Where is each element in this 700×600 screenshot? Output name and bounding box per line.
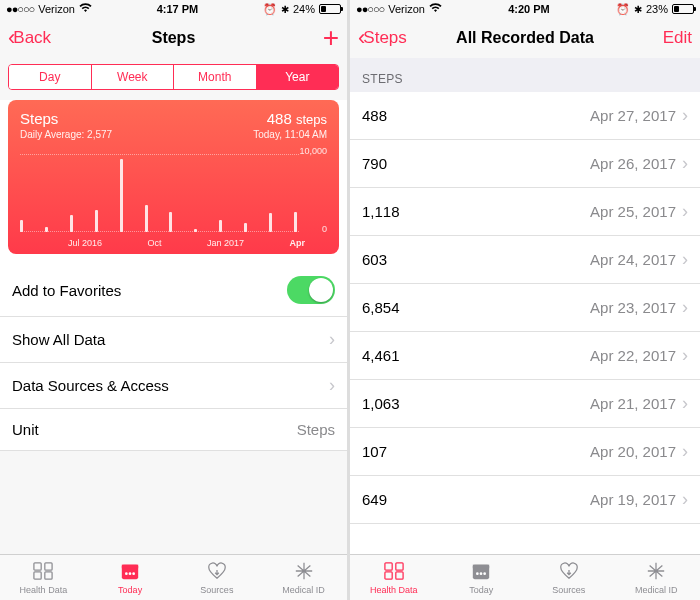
card-subtitle-left: Daily Average: 2,577 <box>20 129 112 140</box>
chart-bar <box>269 213 272 232</box>
data-row[interactable]: 107Apr 20, 2017› <box>350 428 700 476</box>
chevron-right-icon: › <box>682 105 688 126</box>
tab-sources[interactable]: Sources <box>525 555 613 600</box>
battery-icon <box>319 4 341 14</box>
medical-id-icon <box>645 561 667 584</box>
status-time: 4:17 PM <box>157 3 199 15</box>
wifi-icon <box>429 3 442 15</box>
tab-label: Sources <box>200 585 233 595</box>
data-row[interactable]: 6,854Apr 23, 2017› <box>350 284 700 332</box>
seg-year[interactable]: Year <box>257 65 339 89</box>
data-row[interactable]: 649Apr 19, 2017› <box>350 476 700 524</box>
chart-ymin: 0 <box>322 224 327 234</box>
chart-bar <box>95 210 98 232</box>
data-date: Apr 26, 2017 <box>590 155 676 172</box>
nav-bar: ‹ Steps All Recorded Data Edit <box>350 18 700 58</box>
svg-rect-2 <box>34 571 41 578</box>
row-unit[interactable]: Unit Steps <box>0 409 347 451</box>
chevron-right-icon: › <box>682 249 688 270</box>
steps-chart-card[interactable]: Steps 488 steps Daily Average: 2,577 Tod… <box>8 100 339 254</box>
tab-label: Medical ID <box>635 585 678 595</box>
chevron-right-icon: › <box>329 329 335 350</box>
chart-bar <box>169 212 172 232</box>
svg-point-6 <box>125 572 128 575</box>
data-row[interactable]: 1,118Apr 25, 2017› <box>350 188 700 236</box>
wifi-icon <box>79 3 92 15</box>
nav-bar: ‹ Back Steps + <box>0 18 347 58</box>
svg-point-7 <box>129 572 132 575</box>
add-button[interactable]: + <box>323 24 339 52</box>
seg-month[interactable]: Month <box>174 65 257 89</box>
favorites-toggle[interactable] <box>287 276 335 304</box>
data-row[interactable]: 488Apr 27, 2017› <box>350 92 700 140</box>
alarm-icon: ⏰ <box>263 3 277 16</box>
svg-rect-11 <box>385 571 392 578</box>
tab-medical-id[interactable]: Medical ID <box>613 555 701 600</box>
chevron-right-icon: › <box>682 489 688 510</box>
tab-medical-id[interactable]: Medical ID <box>260 555 347 600</box>
chart-xlabel: Oct <box>147 238 161 248</box>
tab-label: Today <box>118 585 142 595</box>
medical-id-icon <box>293 561 315 584</box>
chart-xlabel: Jul 2016 <box>68 238 102 248</box>
bluetooth-icon: ✱ <box>281 4 289 15</box>
row-label: Data Sources & Access <box>12 377 169 394</box>
back-button[interactable]: ‹ Steps <box>358 27 407 49</box>
status-bar: ●●○○○ Verizon 4:17 PM ⏰ ✱ 24% <box>0 0 347 18</box>
row-show-all-data[interactable]: Show All Data › <box>0 317 347 363</box>
alarm-icon: ⏰ <box>616 3 630 16</box>
status-time: 4:20 PM <box>508 3 550 15</box>
tab-health-data[interactable]: Health Data <box>0 555 87 600</box>
time-range-segmented: Day Week Month Year <box>8 64 339 90</box>
back-button[interactable]: ‹ Back <box>8 27 51 49</box>
chevron-right-icon: › <box>682 345 688 366</box>
chart-bar <box>219 220 222 232</box>
data-row[interactable]: 603Apr 24, 2017› <box>350 236 700 284</box>
data-value: 1,118 <box>362 203 400 220</box>
data-value: 107 <box>362 443 387 460</box>
section-header: Steps <box>350 58 700 92</box>
tab-bar: Health DataTodaySourcesMedical ID <box>0 554 347 600</box>
data-list: 488Apr 27, 2017›790Apr 26, 2017›1,118Apr… <box>350 92 700 554</box>
chart-bar <box>244 223 247 232</box>
data-value: 649 <box>362 491 387 508</box>
tab-health-data[interactable]: Health Data <box>350 555 438 600</box>
seg-week[interactable]: Week <box>92 65 175 89</box>
chart-bar <box>70 215 73 232</box>
chart-ymax: 10,000 <box>299 146 327 156</box>
tab-today[interactable]: Today <box>438 555 526 600</box>
chart-bar <box>20 220 23 232</box>
data-value: 6,854 <box>362 299 400 316</box>
plus-icon: + <box>323 24 339 52</box>
data-row[interactable]: 790Apr 26, 2017› <box>350 140 700 188</box>
tab-today[interactable]: Today <box>87 555 174 600</box>
battery-pct: 23% <box>646 3 668 15</box>
seg-day[interactable]: Day <box>9 65 92 89</box>
data-row[interactable]: 4,461Apr 22, 2017› <box>350 332 700 380</box>
row-data-sources[interactable]: Data Sources & Access › <box>0 363 347 409</box>
chevron-right-icon: › <box>682 297 688 318</box>
tab-label: Health Data <box>370 585 418 595</box>
unit-value: Steps <box>297 421 335 438</box>
svg-rect-10 <box>396 562 403 569</box>
svg-rect-12 <box>396 571 403 578</box>
back-label: Back <box>13 28 51 48</box>
edit-button[interactable]: Edit <box>663 28 692 48</box>
data-date: Apr 20, 2017 <box>590 443 676 460</box>
chart-bar <box>45 227 48 232</box>
chart-xlabel: Jan 2017 <box>207 238 244 248</box>
card-value: 488 steps <box>267 110 327 127</box>
data-row[interactable]: 1,063Apr 21, 2017› <box>350 380 700 428</box>
data-date: Apr 21, 2017 <box>590 395 676 412</box>
back-label: Steps <box>363 28 406 48</box>
card-title: Steps <box>20 110 58 127</box>
svg-rect-9 <box>385 562 392 569</box>
svg-point-17 <box>484 572 487 575</box>
chevron-right-icon: › <box>682 153 688 174</box>
tab-sources[interactable]: Sources <box>174 555 261 600</box>
chart-xlabel: Apr <box>289 238 305 248</box>
svg-rect-3 <box>45 571 52 578</box>
row-label: Unit <box>12 421 39 438</box>
svg-point-15 <box>476 572 479 575</box>
row-label: Add to Favorites <box>12 282 121 299</box>
